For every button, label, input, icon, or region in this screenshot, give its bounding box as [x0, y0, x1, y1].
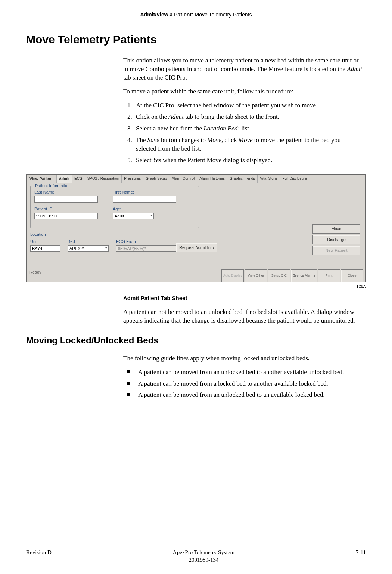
- header-rule: [26, 21, 366, 21]
- ecg-from-label: ECG From:: [116, 239, 180, 244]
- step-1: At the CIC Pro, select the bed window of…: [134, 101, 362, 110]
- unit-label: Unit:: [30, 239, 60, 244]
- tab-admit[interactable]: Admit: [57, 175, 72, 183]
- age-label: Age:: [113, 206, 154, 212]
- patient-info-title: Patient Information: [34, 183, 71, 189]
- last-name-input[interactable]: [34, 196, 98, 203]
- header-bold: Admit/View a Patient:: [140, 12, 193, 18]
- new-patient-button[interactable]: New Patient: [312, 246, 360, 255]
- tab-view-patient[interactable]: View Patient: [27, 175, 57, 183]
- location-title: Location: [30, 232, 362, 237]
- patient-id-field: Patient ID:: [34, 206, 98, 219]
- patient-info-group: Patient Information Last Name: First Nam…: [30, 186, 199, 228]
- procedure-lead: To move a patient within the same care u…: [123, 87, 362, 96]
- running-header: Admit/View a Patient: Move Telemetry Pat…: [26, 11, 366, 21]
- patient-id-label: Patient ID:: [34, 206, 98, 212]
- status-bar: Ready Auto Display View Other Setup CIC …: [27, 268, 365, 282]
- tab-spo2[interactable]: SPO2 / Respiration: [85, 175, 122, 183]
- ecg-from-field: ECG From:: [116, 239, 180, 252]
- step-5: Select Yes when the Patient Move dialog …: [134, 156, 362, 165]
- tab-graph-setup[interactable]: Graph Setup: [143, 175, 169, 183]
- page-title: Move Telemetry Patients: [26, 32, 366, 47]
- ecg-from-select[interactable]: [116, 245, 180, 252]
- age-field: Age:: [113, 206, 154, 219]
- status-text: Ready: [29, 270, 41, 274]
- tab-pressures[interactable]: Pressures: [122, 175, 143, 183]
- close-button[interactable]: Close: [341, 269, 363, 282]
- request-admit-info-button[interactable]: Request Admit Info: [176, 243, 217, 252]
- footer-left: Revision D: [26, 549, 52, 556]
- after-figure-paragraph: A patient can not be moved to an unlocke…: [123, 308, 362, 325]
- unit-field: Unit:: [30, 239, 60, 252]
- intro-paragraph: This option allows you to move a telemet…: [123, 56, 362, 82]
- bullet-2: A patient can be moved from a locked bed…: [134, 380, 362, 388]
- tab-alarm-histories[interactable]: Alarm Histories: [197, 175, 227, 183]
- first-name-field: First Name:: [113, 189, 176, 203]
- bed-label: Bed:: [68, 239, 109, 244]
- procedure-steps: At the CIC Pro, select the bed window of…: [123, 101, 362, 165]
- step-3: Select a new bed from the Location Bed: …: [134, 124, 362, 133]
- discharge-button[interactable]: Discharge: [312, 235, 360, 244]
- print-button[interactable]: Print: [318, 269, 340, 282]
- patient-id-input[interactable]: [34, 213, 98, 219]
- header-rest: Move Telemetry Patients: [193, 12, 252, 18]
- figure-caption: Admit Patient Tab Sheet: [123, 294, 362, 302]
- unit-input[interactable]: [30, 245, 60, 252]
- bed-field: Bed:: [68, 239, 109, 252]
- tab-alarm-control[interactable]: Alarm Control: [169, 175, 197, 183]
- guidelines-list: A patient can be moved from an unlocked …: [123, 368, 362, 400]
- step-4: The Save button changes to Move, click M…: [134, 136, 362, 153]
- tab-full-disclosure[interactable]: Full Disclosure: [280, 175, 309, 183]
- bullet-1: A patient can be moved from an unlocked …: [134, 368, 362, 377]
- tab-vital-signs[interactable]: Vital Signs: [258, 175, 280, 183]
- footer-center-2: 2001989-134: [52, 556, 356, 564]
- last-name-label: Last Name:: [34, 189, 98, 195]
- first-name-label: First Name:: [113, 189, 176, 195]
- admit-tab-screenshot: View Patient Admit ECG SPO2 / Respiratio…: [26, 174, 366, 283]
- footer-right: 7-11: [356, 549, 366, 556]
- view-other-button[interactable]: View Other: [245, 269, 267, 282]
- age-select[interactable]: [113, 213, 154, 219]
- tab-graphic-trends[interactable]: Graphic Trends: [227, 175, 258, 183]
- tab-bar: View Patient Admit ECG SPO2 / Respiratio…: [27, 175, 365, 183]
- tab-ecg[interactable]: ECG: [72, 175, 85, 183]
- footer-rule: [26, 546, 366, 546]
- last-name-field: Last Name:: [34, 189, 98, 203]
- step-2: Click on the Admit tab to bring the tab …: [134, 113, 362, 121]
- first-name-input[interactable]: [113, 196, 176, 203]
- silence-alarms-button[interactable]: Silence Alarms: [291, 269, 317, 282]
- footer-center-1: ApexPro Telemetry System: [52, 549, 356, 556]
- subheading-locked-unlocked: Moving Locked/Unlocked Beds: [26, 334, 366, 346]
- bed-select[interactable]: [68, 245, 109, 252]
- guidelines-lead: The following guide lines apply when mov…: [123, 354, 362, 363]
- auto-display-button[interactable]: Auto Display: [221, 269, 244, 282]
- page-footer: Revision D ApexPro Telemetry System 2001…: [26, 546, 366, 564]
- move-button[interactable]: Move: [312, 224, 360, 234]
- figure-id: 126A: [26, 284, 366, 289]
- setup-cic-button[interactable]: Setup CIC: [268, 269, 290, 282]
- bullet-3: A patient can be moved from an unlocked …: [134, 391, 362, 399]
